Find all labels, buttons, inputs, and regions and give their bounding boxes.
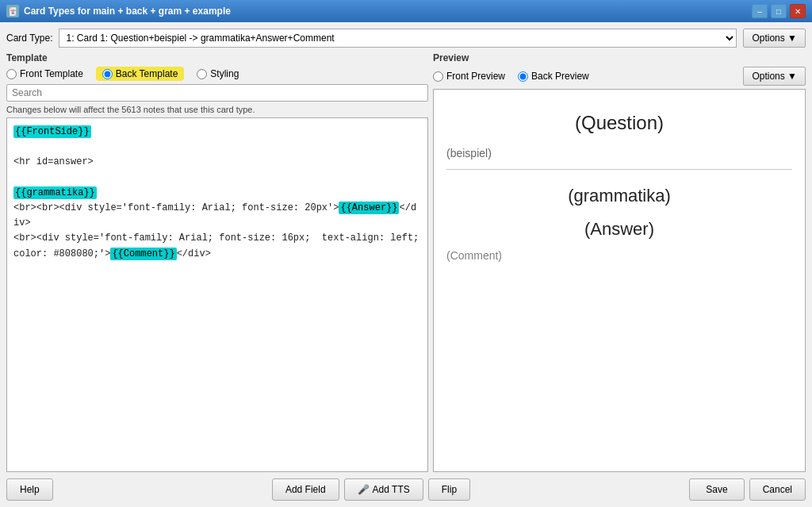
cancel-button[interactable]: Cancel <box>749 478 806 501</box>
code-line-2 <box>13 140 421 155</box>
code-line-4 <box>13 171 421 186</box>
front-template-radio[interactable] <box>6 69 17 79</box>
title-bar: 🃏 Card Types for main + back + gram + ex… <box>0 0 812 22</box>
card-type-select[interactable]: 1: Card 1: Question+beispiel -> grammati… <box>59 29 737 48</box>
comment-tag: {{Comment}} <box>110 248 176 260</box>
add-tts-button[interactable]: 🎤 Add TTS <box>344 478 423 501</box>
code-line-5: {{grammatika}} <box>13 186 421 201</box>
left-panel: Template Front Template Back Template St… <box>6 52 428 472</box>
panels: Template Front Template Back Template St… <box>6 52 806 472</box>
styling-radio[interactable] <box>197 69 207 79</box>
save-button[interactable]: Save <box>689 478 744 501</box>
template-section-label: Template <box>6 52 428 63</box>
card-type-row: Card Type: 1: Card 1: Question+beispiel … <box>6 29 806 48</box>
search-input[interactable] <box>6 84 428 102</box>
code-editor[interactable]: {{FrontSide}} <hr id=answer> {{grammatik… <box>6 117 428 472</box>
help-button[interactable]: Help <box>6 478 53 501</box>
minimize-button[interactable]: – <box>752 4 768 18</box>
preview-divider <box>446 169 792 170</box>
code-line-7: <br><div style='font-family: Arial; font… <box>13 231 421 261</box>
back-template-radio[interactable] <box>102 69 113 79</box>
window-title: Card Types for main + back + gram + exam… <box>24 6 231 17</box>
frontside-tag: {{FrontSide}} <box>13 125 91 138</box>
front-preview-radio-label[interactable]: Front Preview <box>433 71 505 82</box>
app-icon: 🃏 <box>6 5 19 17</box>
code-line-1: {{FrontSide}} <box>13 125 421 140</box>
add-field-button[interactable]: Add Field <box>272 478 339 501</box>
back-template-radio-label[interactable]: Back Template <box>96 67 185 81</box>
code-line-6: <br><br><div style='font-family: Arial; … <box>13 201 421 231</box>
front-preview-radio[interactable] <box>433 71 443 82</box>
styling-radio-label[interactable]: Styling <box>197 68 239 79</box>
back-preview-radio[interactable] <box>518 71 528 82</box>
close-button[interactable]: ✕ <box>790 4 806 18</box>
card-type-options-button[interactable]: Options ▼ <box>743 29 806 48</box>
preview-radio-row: Front Preview Back Preview Options ▼ <box>433 67 806 86</box>
preview-grammatika: (grammatika) <box>446 179 792 213</box>
add-tts-label: Add TTS <box>373 484 410 495</box>
grammatika-tag: {{grammatika}} <box>13 186 97 199</box>
code-line-3: <hr id=answer> <box>13 155 421 170</box>
flip-button[interactable]: Flip <box>428 478 470 501</box>
window-controls: – □ ✕ <box>752 4 806 18</box>
maximize-button[interactable]: □ <box>771 4 787 18</box>
preview-comment: (Comment) <box>446 246 792 265</box>
preview-beispiel: (beispiel) <box>446 144 792 166</box>
preview-section-label: Preview <box>433 52 806 63</box>
preview-area: (Question) (beispiel) (grammatika) (Answ… <box>433 89 806 472</box>
preview-answer: (Answer) <box>446 213 792 246</box>
answer-tag: {{Answer}} <box>339 202 399 214</box>
preview-options-button[interactable]: Options ▼ <box>743 67 806 86</box>
main-content: Card Type: 1: Card 1: Question+beispiel … <box>0 22 812 507</box>
card-type-label: Card Type: <box>6 33 52 44</box>
notes-info: Changes below will affect the 5613 notes… <box>6 105 428 114</box>
front-template-radio-label[interactable]: Front Template <box>6 68 83 79</box>
mic-icon: 🎤 <box>358 484 370 495</box>
template-tab-row: Front Template Back Template Styling <box>6 67 428 81</box>
preview-question: (Question) <box>446 99 792 144</box>
right-panel: Preview Front Preview Back Preview Optio… <box>433 52 806 472</box>
bottom-bar: Help Add Field 🎤 Add TTS Flip Save Cance… <box>6 477 806 501</box>
back-preview-radio-label[interactable]: Back Preview <box>518 71 589 82</box>
